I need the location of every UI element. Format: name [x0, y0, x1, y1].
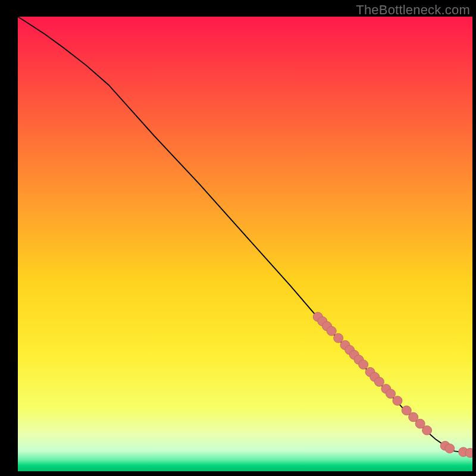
- marker-group: [313, 312, 472, 458]
- data-marker: [422, 425, 432, 435]
- data-marker: [386, 389, 395, 399]
- data-marker: [334, 333, 343, 343]
- watermark-text: TheBottleneck.com: [356, 2, 470, 18]
- data-marker: [327, 327, 336, 336]
- data-marker: [374, 377, 384, 387]
- curve-overlay: [18, 17, 472, 458]
- plot-area: [18, 17, 472, 458]
- data-marker: [445, 444, 455, 453]
- data-marker: [393, 396, 402, 406]
- data-marker: [465, 448, 472, 458]
- data-marker: [359, 360, 368, 369]
- chart-container: TheBottleneck.com: [0, 0, 476, 476]
- curve-line: [18, 17, 472, 453]
